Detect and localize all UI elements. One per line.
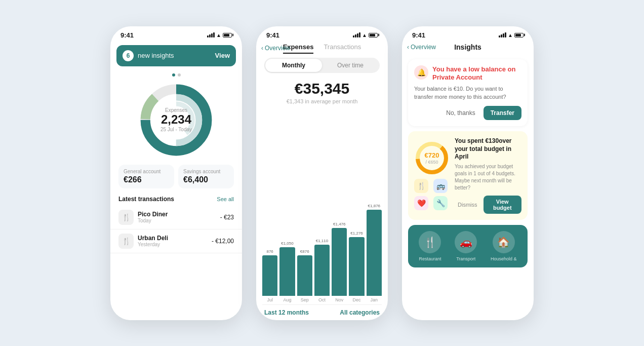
tx-name-2: Urban Deli	[138, 235, 212, 242]
back-label-3: Overview	[411, 44, 436, 51]
tab-transactions[interactable]: Transactions	[324, 43, 361, 54]
bar-fill	[279, 247, 295, 295]
nav-tabs-3: ‹ Overview Insights	[402, 41, 534, 55]
dot-1[interactable]	[172, 73, 175, 76]
tx-amount-2: - €12,00	[212, 238, 234, 245]
see-all-button[interactable]: See all	[217, 196, 234, 202]
categories-banner: 🍴 Restaurant 🚗 Transport 🏠 Household &	[408, 225, 528, 267]
battery-icon-3	[514, 33, 524, 37]
bar-bottom-label: Jan	[371, 297, 378, 302]
bar-bottom-label: Dec	[353, 297, 361, 302]
account-savings-value: €6,400	[183, 175, 229, 184]
status-icons-2: ▲	[353, 32, 378, 38]
transaction-pico-diner[interactable]: 🍴 Pico Diner Today - €23	[110, 206, 242, 229]
budget-title: You spent €130over your total budget in …	[455, 137, 521, 161]
insight-badge: 6	[123, 50, 134, 61]
bar-fill	[314, 245, 330, 295]
bar-bottom-label: Sep	[301, 297, 309, 302]
transaction-urban-deli[interactable]: 🍴 Urban Deli Yesterday - €12,00	[110, 229, 242, 253]
account-savings[interactable]: Savings account €6,400	[178, 165, 234, 188]
bar-chart: 876Jul€1,050Aug€876Sep€1,110Oct€1,476Nov…	[256, 109, 388, 320]
cat-restaurant[interactable]: 🍴 Restaurant	[419, 231, 441, 261]
chart-footer-right[interactable]: All categories	[340, 309, 380, 316]
phone-2: 9:41 ▲ ‹ Overview Expenses Transactions	[256, 26, 388, 320]
budget-donut: €720 / €650	[414, 140, 450, 176]
insight-text: new insights	[138, 52, 215, 59]
bar-col: €1,050Aug	[279, 241, 295, 302]
wifi-icon-3: ▲	[508, 32, 513, 38]
budget-icon-wrench: 🔧	[433, 196, 448, 210]
bar-top-label: €876	[300, 249, 309, 254]
insight-view-button[interactable]: View	[215, 52, 230, 59]
tx-icon-1: 🍴	[118, 210, 134, 225]
transactions-header: Latest transactions See all	[118, 196, 234, 203]
signal-icon-3	[499, 32, 506, 37]
budget-donut-center: €720 / €650	[425, 152, 439, 164]
bar-col: €1,476Nov	[332, 222, 347, 302]
bar-col: €876Sep	[297, 249, 312, 302]
bar-fill	[367, 210, 382, 296]
tx-date-1: Today	[138, 218, 220, 223]
cat-transport[interactable]: 🚗 Transport	[455, 231, 477, 261]
low-balance-header: 🔔 You have a low balance on Private Acco…	[414, 65, 521, 83]
cat-label-household: Household &	[491, 256, 517, 261]
insight-banner[interactable]: 6 new insights View	[116, 45, 236, 66]
donut-chart: Expenses 2,234 25 Jul - Today	[116, 80, 236, 161]
budget-icon-fork: 🍴	[414, 179, 428, 193]
wifi-icon-2: ▲	[362, 32, 367, 38]
budget-donut-sub: / €650	[425, 160, 439, 165]
total-amount: €35,345	[256, 80, 388, 97]
signal-icon	[207, 32, 215, 37]
view-budget-button[interactable]: View budget	[484, 196, 522, 214]
insights-title: Insights	[454, 43, 481, 51]
alert-icon: 🔔	[414, 65, 428, 80]
budget-card-text: You spent €130over your total budget in …	[455, 137, 521, 214]
back-button-3[interactable]: ‹ Overview	[407, 44, 436, 51]
budget-donut-amount: €720	[425, 152, 439, 159]
status-bar-3: 9:41 ▲	[402, 26, 534, 41]
budget-icon-heart: ❤️	[414, 196, 428, 210]
account-savings-name: Savings account	[183, 169, 229, 174]
no-thanks-button[interactable]: No, thanks	[442, 106, 479, 120]
budget-actions: Dismiss View budget	[455, 196, 521, 214]
bar-top-label: €1,876	[368, 204, 380, 208]
bar-col: €1,110Oct	[314, 239, 330, 302]
bar-bottom-label: Jul	[267, 297, 273, 302]
chart-footer: Last 12 months All categories	[262, 304, 382, 320]
bar-col: 876Jul	[262, 249, 277, 302]
bar-fill	[262, 255, 277, 295]
cat-label-transport: Transport	[456, 256, 475, 261]
low-balance-body: Your balance is €10. Do you want to tran…	[414, 85, 521, 101]
transactions-title: Latest transactions	[118, 196, 174, 203]
account-general-value: €266	[124, 175, 169, 184]
signal-icon-2	[353, 32, 360, 37]
transfer-button[interactable]: Transfer	[484, 106, 521, 120]
time-2: 9:41	[266, 31, 279, 39]
time-1: 9:41	[120, 31, 134, 39]
phones-container: 9:41 ▲ 6 new insights View	[100, 16, 544, 330]
toggle-overtime[interactable]: Over time	[322, 59, 379, 72]
donut-date: 25 Jul - Today	[160, 127, 192, 132]
account-general[interactable]: General account €266	[118, 165, 174, 188]
bar-fill	[297, 255, 312, 295]
dismiss-button[interactable]: Dismiss	[455, 196, 480, 214]
bar-col: €1,876Jan	[367, 204, 382, 302]
bar-bottom-label: Aug	[283, 297, 291, 302]
tx-icon-2: 🍴	[118, 234, 134, 249]
chevron-left-icon-3: ‹	[407, 44, 409, 51]
bar-bottom-label: Nov	[335, 297, 343, 302]
nav-tabs-2: ‹ Overview Expenses Transactions	[256, 41, 388, 58]
chart-footer-left[interactable]: Last 12 months	[264, 309, 309, 316]
bar-top-label: €1,110	[316, 239, 328, 243]
cat-household[interactable]: 🏠 Household &	[491, 231, 517, 261]
phone-3: 9:41 ▲ ‹ Overview Insights	[402, 26, 534, 320]
back-button-2[interactable]: ‹ Overview	[261, 45, 290, 52]
battery-icon-2	[369, 33, 378, 37]
budget-sub: You achieved your budget goals in 1 out …	[455, 163, 521, 191]
chevron-left-icon: ‹	[261, 45, 263, 52]
dots-indicator	[110, 73, 242, 76]
toggle-monthly[interactable]: Monthly	[265, 59, 322, 72]
phone-1: 9:41 ▲ 6 new insights View	[110, 26, 242, 320]
status-icons-1: ▲	[207, 32, 232, 38]
dot-2[interactable]	[178, 73, 181, 76]
